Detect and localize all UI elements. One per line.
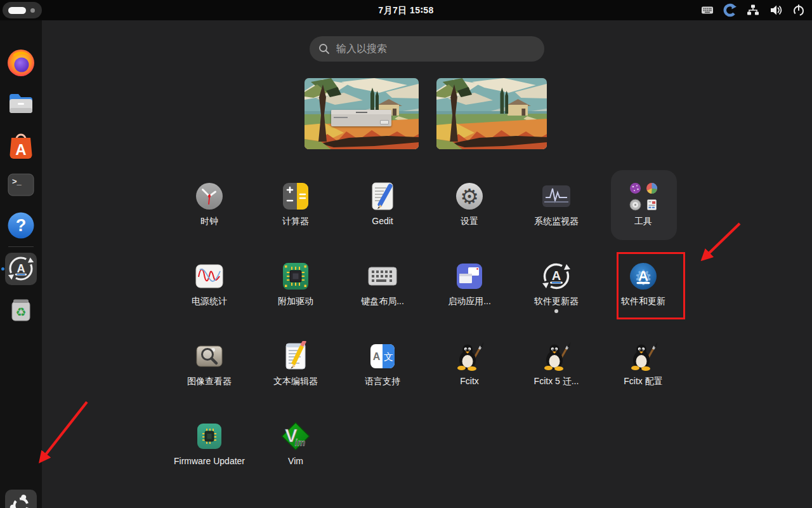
dock-running-indicator	[1, 267, 4, 271]
dialog-titlebar	[331, 110, 391, 114]
folder-label: 工具	[634, 216, 652, 227]
app-keyboard-layout[interactable]: 键盘布局...	[339, 253, 426, 330]
ubuntu-logo-icon	[7, 491, 35, 508]
app-label: 语言支持	[365, 376, 400, 387]
svg-text:文: 文	[384, 351, 393, 362]
additional-drivers-app-icon	[280, 261, 311, 291]
app-label: 图像查看器	[187, 376, 232, 387]
keyboard-layout-app-icon	[367, 261, 398, 291]
power-icon[interactable]	[792, 3, 806, 17]
network-wired-icon[interactable]	[746, 3, 760, 17]
workspace-thumbnail-2[interactable]	[436, 78, 547, 149]
calculator-app-icon	[280, 181, 311, 211]
app-gedit[interactable]: Gedit	[339, 173, 426, 250]
app-language-support[interactable]: A 文 语言支持	[339, 333, 426, 410]
dock-item-help[interactable]: ?	[6, 210, 36, 241]
top-bar: 7月7日 15∶58	[0, 0, 812, 20]
app-image-viewer[interactable]: 图像查看器	[166, 333, 252, 410]
system-monitor-app-icon	[541, 181, 572, 211]
app-system-monitor[interactable]: 系统监视器	[513, 173, 599, 250]
dock-item-software-updater[interactable]: A	[5, 253, 37, 285]
dock-item-files[interactable]	[6, 88, 36, 119]
app-fcitx5-migration[interactable]: Fcitx 5 迁...	[513, 333, 599, 410]
trash-icon: ♻	[6, 294, 36, 324]
app-label: 键盘布局...	[361, 296, 404, 307]
svg-text:A: A	[373, 351, 381, 362]
dialog-button	[380, 120, 389, 124]
svg-text:im: im	[295, 438, 305, 448]
app-additional-drivers[interactable]: 附加驱动	[252, 253, 339, 330]
clock-label[interactable]: 7月7日 15∶58	[0, 0, 812, 20]
app-label: 附加驱动	[278, 296, 313, 307]
fcitx-tux-icon	[454, 341, 485, 371]
app-vim[interactable]: V im Vim	[252, 413, 339, 490]
annotation-arrow-software-and-updates	[703, 224, 740, 259]
app-label: Fcitx 配置	[624, 376, 662, 387]
fcitx-tux-icon	[541, 341, 572, 371]
svg-text:A: A	[15, 141, 26, 158]
svg-text:>_: >_	[12, 177, 22, 186]
volume-icon[interactable]	[769, 3, 783, 17]
svg-text:A: A	[16, 262, 25, 275]
files-icon	[6, 88, 36, 119]
app-label: Fcitx 5 迁...	[534, 376, 579, 387]
disk-mini-icon	[629, 199, 641, 211]
search-input[interactable]	[310, 36, 544, 62]
dock-item-firefox[interactable]	[6, 48, 36, 78]
svg-text:?: ?	[16, 216, 27, 235]
power-statistics-app-icon	[194, 261, 225, 291]
software-updater-icon: A	[7, 255, 35, 283]
firmware-updater-app-icon	[194, 421, 225, 451]
app-label: Fcitx	[460, 376, 479, 387]
help-icon: ?	[6, 210, 36, 241]
svg-text:A: A	[552, 269, 561, 283]
text-editor-app-icon	[280, 341, 311, 371]
open-window-dialog[interactable]	[331, 110, 391, 126]
settings-app-icon: ⚙	[454, 181, 485, 211]
svg-text:A: A	[638, 268, 648, 284]
app-label: Gedit	[372, 216, 393, 227]
app-calculator[interactable]: 计算器	[252, 173, 339, 250]
software-and-updates-app-icon: ⚙ A	[628, 261, 658, 291]
app-label: 软件和更新	[621, 296, 665, 307]
terminal-icon: >_	[6, 170, 36, 200]
dialog-text-line	[334, 117, 348, 118]
keyboard-icon[interactable]	[700, 3, 714, 17]
annotation-arrow-show-apps	[41, 402, 87, 461]
vim-app-icon: V im	[280, 421, 311, 451]
tools-folder-preview	[628, 181, 658, 211]
app-startup-applications[interactable]: 启动应用...	[426, 253, 513, 330]
gedit-app-icon	[367, 181, 398, 211]
app-settings[interactable]: ⚙ 设置	[426, 173, 513, 250]
dock-separator	[8, 246, 34, 247]
app-label: 电源统计	[192, 296, 227, 307]
fcitx-input-icon[interactable]	[723, 3, 737, 17]
app-folder-tools[interactable]: 工具	[600, 173, 686, 250]
baobab-mini-icon	[629, 182, 641, 194]
app-text-editor[interactable]: 文本编辑器	[252, 333, 339, 410]
app-fcitx-config[interactable]: Fcitx 配置	[600, 333, 686, 410]
app-label: 计算器	[282, 216, 309, 227]
dock-item-terminal[interactable]: >_	[6, 170, 36, 200]
app-software-updater[interactable]: A 软件更新器	[513, 253, 599, 330]
app-label: 系统监视器	[534, 216, 579, 227]
app-clock[interactable]: 时钟	[166, 173, 252, 250]
startup-applications-app-icon	[454, 261, 485, 291]
app-power-statistics[interactable]: 电源统计	[166, 253, 252, 330]
app-label: 设置	[461, 216, 478, 227]
app-label: Firmware Updater	[174, 456, 245, 467]
language-support-app-icon: A 文	[367, 341, 398, 371]
app-label: Vim	[288, 456, 303, 467]
app-fcitx[interactable]: Fcitx	[426, 333, 513, 410]
app-software-and-updates[interactable]: ⚙ A 软件和更新	[600, 253, 686, 330]
dock-item-ubuntu-software[interactable]: A	[6, 130, 36, 160]
ubuntu-software-icon: A	[6, 130, 36, 160]
pie-chart-mini-icon	[646, 182, 658, 194]
show-applications-button[interactable]	[5, 490, 37, 508]
clock-app-icon	[194, 181, 225, 211]
app-label: 启动应用...	[448, 296, 491, 307]
dock-item-trash[interactable]: ♻	[6, 294, 36, 324]
app-firmware-updater[interactable]: Firmware Updater	[166, 413, 252, 490]
app-label: 软件更新器	[534, 296, 579, 307]
workspace-thumbnail-1[interactable]	[304, 78, 419, 149]
